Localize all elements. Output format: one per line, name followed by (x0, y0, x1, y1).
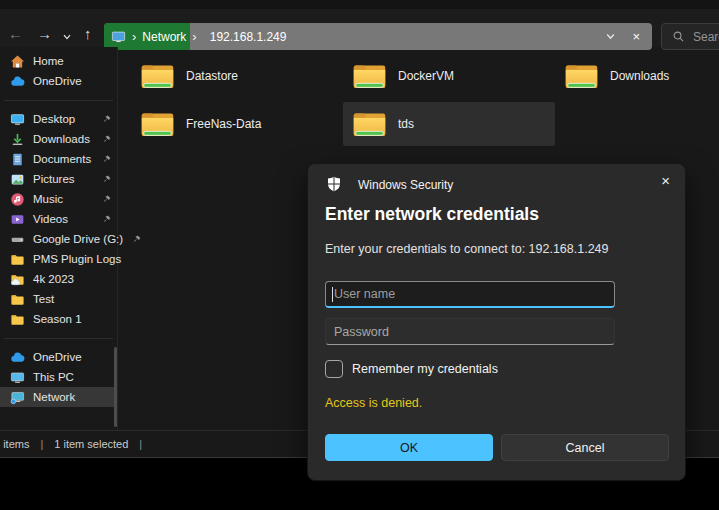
breadcrumb-separator: › (192, 29, 196, 44)
sidebar-item-label: Pictures (33, 173, 75, 185)
folder-name: DockerVM (398, 69, 454, 83)
breadcrumb-address[interactable]: 192.168.1.249 (210, 30, 287, 44)
sidebar-item-label: OneDrive (33, 351, 82, 363)
sidebar-item-label: OneDrive (33, 75, 82, 87)
sidebar-scrollbar[interactable] (114, 347, 117, 427)
folder-icon (352, 62, 387, 91)
password-field-wrapper (325, 318, 615, 345)
sidebar-item-label: PMS Plugin Logs (33, 253, 121, 265)
recent-locations-chevron-icon[interactable] (62, 32, 72, 42)
username-field-wrapper (325, 281, 615, 308)
selection-count: 1 item selected (54, 438, 128, 450)
folder-tile-dockervm[interactable]: DockerVM (343, 54, 555, 98)
sidebar-item-4k-2023[interactable]: 4k 2023 (0, 269, 117, 289)
forward-button[interactable]: → (37, 26, 52, 41)
pin-icon (101, 174, 112, 185)
dialog-subheading: Enter your credentials to connect to: 19… (325, 242, 609, 256)
address-bar[interactable]: › Network › 192.168.1.249 × (104, 23, 652, 50)
desktop-icon (10, 112, 25, 127)
sidebar-item-label: Home (33, 55, 64, 67)
sidebar-item-onedrive-2[interactable]: OneDrive (0, 347, 117, 367)
sidebar-item-label: Desktop (33, 113, 75, 125)
dialog-title: Windows Security (358, 178, 453, 192)
folder-name: Datastore (186, 69, 238, 83)
stop-loading-icon[interactable]: × (632, 29, 640, 44)
pin-icon (101, 194, 112, 205)
ok-button[interactable]: OK (325, 434, 493, 461)
folder-icon (10, 312, 25, 327)
sidebar-item-downloads[interactable]: Downloads (0, 129, 117, 149)
back-button[interactable]: ← (8, 26, 23, 41)
folder-tile-freenas-data[interactable]: FreeNas-Data (131, 102, 343, 146)
search-icon (672, 30, 685, 43)
search-placeholder: Search (693, 30, 719, 44)
sidebar-separator (4, 338, 113, 339)
sidebar-item-label: Network (33, 391, 75, 403)
pictures-icon (10, 172, 25, 187)
sidebar-item-label: This PC (33, 371, 74, 383)
address-dropdown-chevron-icon[interactable] (605, 31, 616, 42)
search-box[interactable]: Search (661, 23, 719, 50)
sidebar-item-this-pc[interactable]: This PC (0, 367, 117, 387)
pin-icon (101, 114, 112, 125)
downloads-icon (10, 132, 25, 147)
videos-icon (10, 212, 25, 227)
username-input[interactable] (325, 281, 615, 308)
this-pc-icon (10, 370, 25, 385)
breadcrumb-separator: › (132, 29, 136, 44)
folder-tile-tds[interactable]: tds (343, 102, 555, 146)
folder-tile-datastore[interactable]: Datastore (131, 54, 343, 98)
sidebar-item-videos[interactable]: Videos (0, 209, 117, 229)
cancel-button[interactable]: Cancel (501, 434, 669, 461)
home-icon (10, 54, 25, 69)
sidebar-item-onedrive[interactable]: OneDrive (0, 71, 117, 91)
sidebar-item-season-1[interactable]: Season 1 (0, 309, 117, 329)
folder-tile-downloads[interactable]: Downloads (555, 54, 719, 98)
windows-security-dialog: Windows Security × Enter network credent… (307, 163, 686, 481)
breadcrumb-network[interactable]: Network (142, 30, 186, 44)
network-icon (10, 390, 25, 405)
sidebar-item-label: Season 1 (33, 313, 82, 325)
tab-strip (0, 0, 719, 9)
close-icon[interactable]: × (661, 172, 670, 189)
documents-icon (10, 152, 25, 167)
sidebar-item-documents[interactable]: Documents (0, 149, 117, 169)
sidebar-item-label: Documents (33, 153, 91, 165)
password-input[interactable] (325, 318, 615, 345)
up-button[interactable]: ↑ (84, 26, 92, 41)
pin-icon (101, 154, 112, 165)
folder-icon (10, 252, 25, 267)
sidebar-separator (4, 100, 113, 101)
sidebar-item-google-drive[interactable]: Google Drive (G:) (0, 229, 117, 249)
sidebar-item-pictures[interactable]: Pictures (0, 169, 117, 189)
sidebar-item-desktop[interactable]: Desktop (0, 109, 117, 129)
folder-name: Downloads (610, 69, 669, 83)
remember-credentials-label[interactable]: Remember my credentials (352, 362, 498, 376)
folder-icon (352, 110, 387, 139)
navigation-toolbar: ← → ↑ › Network › 192.168.1.249 × Search (0, 9, 719, 47)
folder-cloud-icon (10, 272, 25, 287)
folder-icon (140, 62, 175, 91)
file-list: Datastore DockerVM Downloads FreeNas-Dat… (131, 52, 719, 148)
onedrive-cloud-icon (10, 74, 25, 89)
sidebar-item-label: Google Drive (G:) (33, 233, 123, 245)
status-separator: | (139, 438, 142, 450)
status-separator: | (40, 438, 43, 450)
sidebar-item-network[interactable]: Network (0, 387, 117, 407)
item-count: 5 items (0, 438, 29, 450)
pin-icon (101, 134, 112, 145)
sidebar-item-label: Music (33, 193, 63, 205)
sidebar-item-label: Test (33, 293, 54, 305)
sidebar-item-label: 4k 2023 (33, 273, 74, 285)
sidebar-item-music[interactable]: Music (0, 189, 117, 209)
sidebar-item-test[interactable]: Test (0, 289, 117, 309)
folder-name: tds (398, 117, 414, 131)
navigation-pane: Home OneDrive Desktop Downloads Document… (0, 47, 118, 430)
windows-security-shield-icon (326, 176, 342, 192)
pin-icon (101, 214, 112, 225)
screen: ← → ↑ › Network › 192.168.1.249 × Search (0, 0, 719, 510)
sidebar-item-home[interactable]: Home (0, 51, 117, 71)
remember-credentials-checkbox[interactable] (325, 360, 343, 378)
sidebar-item-pms-plugin-logs[interactable]: PMS Plugin Logs (0, 249, 117, 269)
folder-icon (564, 62, 599, 91)
